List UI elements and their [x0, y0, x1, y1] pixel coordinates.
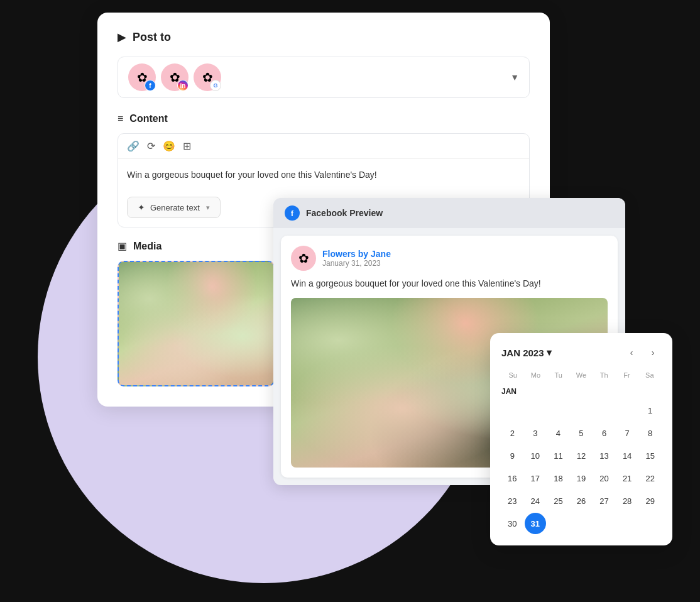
instagram-badge: in: [177, 80, 189, 91]
day-header-th: Th: [593, 369, 615, 381]
fb-post-text: Win a gorgeous bouquet for your loved on…: [291, 277, 608, 290]
g-avatar-btn[interactable]: ✿ G: [194, 63, 221, 91]
flowers-image-bg: [119, 262, 273, 385]
day-header-su: Su: [501, 369, 524, 381]
link-icon[interactable]: 🔗: [127, 140, 139, 152]
facebook-badge: f: [145, 80, 156, 91]
cal-empty-4: [571, 400, 592, 421]
day-header-fr: Fr: [615, 369, 638, 381]
cal-day-16[interactable]: 16: [501, 468, 523, 489]
cal-day-25[interactable]: 25: [547, 490, 569, 512]
cal-day-9[interactable]: 9: [501, 445, 523, 466]
cal-day-14[interactable]: 14: [616, 445, 638, 466]
cal-day-19[interactable]: 19: [571, 468, 592, 489]
cal-day-31[interactable]: 31: [525, 513, 546, 534]
cal-day-7[interactable]: 7: [616, 422, 638, 444]
content-section-header: ≡ Content: [118, 113, 530, 124]
calendar-nav: ‹ ›: [623, 344, 661, 361]
grid-icon[interactable]: ⊞: [183, 140, 191, 152]
social-avatars: ✿ f ✿ in ✿ G: [128, 63, 221, 91]
cal-day-13[interactable]: 13: [594, 445, 615, 466]
calendar-month-chevron-icon: ▾: [547, 347, 552, 358]
generate-text-button[interactable]: ✦ Generate text ▾: [127, 197, 221, 218]
rss-icon[interactable]: ⟳: [147, 140, 155, 152]
cal-empty-10: [616, 513, 638, 534]
content-title: Content: [129, 113, 167, 124]
post-to-header: ▶ Post to: [118, 30, 530, 44]
post-to-dropdown[interactable]: ✿ f ✿ in ✿ G ▼: [118, 57, 530, 98]
fb-preview-title: Facebook Preview: [306, 208, 383, 218]
content-icon: ≡: [118, 113, 123, 124]
cal-day-3[interactable]: 3: [525, 422, 546, 444]
day-header-sa: Sa: [638, 369, 661, 381]
cal-empty-11: [640, 513, 661, 534]
cal-day-29[interactable]: 29: [640, 490, 661, 512]
day-header-tu: Tu: [547, 369, 570, 381]
media-title: Media: [133, 241, 161, 252]
cal-empty-8: [571, 513, 592, 534]
sparkle-icon: ✦: [138, 202, 145, 212]
cal-day-12[interactable]: 12: [571, 445, 592, 466]
cal-day-26[interactable]: 26: [571, 490, 592, 512]
cal-empty-1: [501, 400, 523, 421]
calendar-header: JAN 2023 ▾ ‹ ›: [501, 344, 661, 361]
fb-author-name: Flowers by Jane: [322, 249, 391, 259]
cal-day-11[interactable]: 11: [547, 445, 569, 466]
cal-day-23[interactable]: 23: [501, 490, 523, 512]
google-badge: G: [210, 80, 221, 91]
generate-chevron-icon: ▾: [206, 204, 210, 212]
cal-day-21[interactable]: 21: [616, 468, 638, 489]
generate-text-label: Generate text: [150, 203, 200, 212]
media-image[interactable]: [118, 261, 275, 386]
editor-toolbar: 🔗 ⟳ 😊 ⊞: [118, 134, 529, 159]
media-icon: ▣: [118, 240, 127, 252]
cal-day-5[interactable]: 5: [571, 422, 592, 444]
cal-empty-9: [594, 513, 615, 534]
calendar-panel: JAN 2023 ▾ ‹ › Su Mo Tu We Th Fr Sa JAN …: [490, 333, 672, 545]
cal-day-6[interactable]: 6: [594, 422, 615, 444]
post-to-title: Post to: [133, 31, 171, 44]
calendar-next-button[interactable]: ›: [645, 344, 661, 361]
cal-day-20[interactable]: 20: [594, 468, 615, 489]
cal-day-1[interactable]: 1: [640, 400, 661, 421]
cal-day-15[interactable]: 15: [640, 445, 661, 466]
calendar-day-headers: Su Mo Tu We Th Fr Sa: [501, 369, 661, 381]
fb-author-info: Flowers by Jane January 31, 2023: [322, 249, 391, 268]
editor-content-text[interactable]: Win a gorgeous bouquet for your loved on…: [118, 159, 529, 197]
calendar-prev-button[interactable]: ‹: [623, 344, 640, 361]
send-icon: ▶: [118, 30, 126, 44]
calendar-grid: Su Mo Tu We Th Fr Sa JAN 1 2 3 4 5 6 7 8: [501, 369, 661, 534]
cal-day-4[interactable]: 4: [547, 422, 569, 444]
cal-day-22[interactable]: 22: [640, 468, 661, 489]
fb-post-date: January 31, 2023: [322, 259, 391, 268]
fb-avatar-btn[interactable]: ✿ f: [128, 63, 156, 91]
calendar-month-label: JAN 2023: [501, 348, 544, 358]
fb-preview-header: f Facebook Preview: [273, 198, 625, 228]
dropdown-chevron-icon: ▼: [510, 72, 519, 82]
cal-day-10[interactable]: 10: [525, 445, 546, 466]
day-header-mo: Mo: [524, 369, 547, 381]
cal-day-30[interactable]: 30: [501, 513, 523, 534]
ig-avatar-btn[interactable]: ✿ in: [161, 63, 189, 91]
calendar-month-selector[interactable]: JAN 2023 ▾: [501, 347, 552, 358]
cal-day-8[interactable]: 8: [640, 422, 661, 444]
cal-day-28[interactable]: 28: [616, 490, 638, 512]
fb-post-author: ✿ Flowers by Jane January 31, 2023: [291, 246, 608, 271]
cal-empty-2: [525, 400, 546, 421]
cal-day-17[interactable]: 17: [525, 468, 546, 489]
cal-day-18[interactable]: 18: [547, 468, 569, 489]
facebook-icon: f: [285, 205, 300, 221]
cal-day-24[interactable]: 24: [525, 490, 546, 512]
cal-empty-7: [547, 513, 569, 534]
cal-day-27[interactable]: 27: [594, 490, 615, 512]
cal-day-2[interactable]: 2: [501, 422, 523, 444]
cal-empty-3: [547, 400, 569, 421]
cal-empty-6: [616, 400, 638, 421]
fb-page-avatar: ✿: [291, 246, 316, 271]
day-header-we: We: [570, 369, 593, 381]
emoji-icon[interactable]: 😊: [163, 140, 175, 152]
calendar-days-grid: 1 2 3 4 5 6 7 8 9 10 11 12 13 14 15 16 1…: [501, 400, 661, 534]
cal-empty-5: [594, 400, 615, 421]
calendar-month-short-label: JAN: [501, 385, 661, 400]
